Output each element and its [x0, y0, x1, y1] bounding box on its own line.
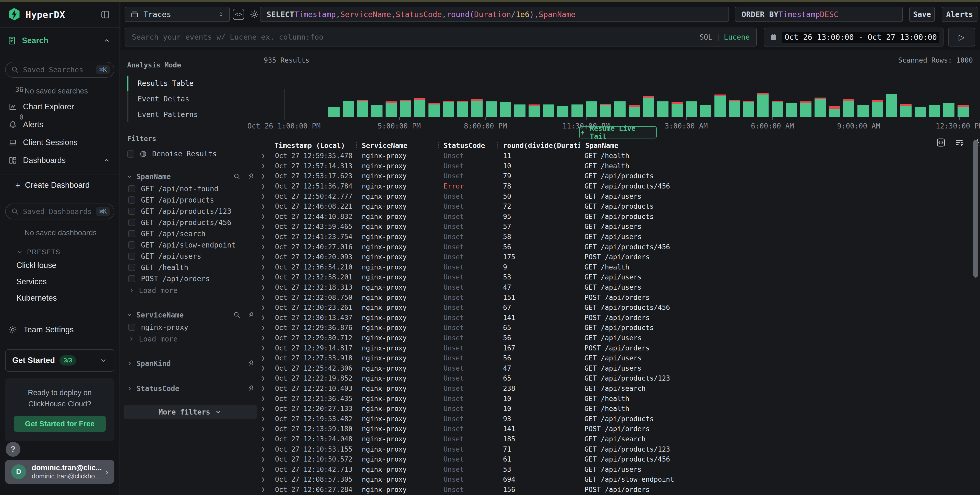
checkbox[interactable]: [127, 150, 134, 158]
histogram-bar-ok[interactable]: [543, 105, 554, 117]
get-started-toggle[interactable]: Get Started 3/3: [5, 349, 115, 372]
filter-option[interactable]: GET /api/not-found: [123, 183, 258, 194]
expand-row-icon[interactable]: ❯: [261, 435, 272, 442]
histogram-bar-ok[interactable]: [886, 94, 897, 117]
histogram-bar-ok[interactable]: [915, 107, 926, 117]
histogram-bar-ok[interactable]: [614, 102, 625, 117]
histogram-bar-error[interactable]: [400, 100, 411, 102]
chevron-up-icon[interactable]: [103, 37, 110, 44]
table-row[interactable]: ❯Oct 27 12:36:54.210 PMnginx-proxyUnset9…: [261, 262, 970, 272]
table-row[interactable]: ❯Oct 27 12:51:36.784 PMnginx-proxyError7…: [261, 181, 970, 191]
table-row[interactable]: ❯Oct 27 12:13:59.180 PMnginx-proxyUnset1…: [261, 424, 970, 434]
histogram-bar-ok[interactable]: [500, 102, 511, 117]
histogram-bar-error[interactable]: [628, 105, 640, 107]
help-button[interactable]: ?: [6, 442, 21, 457]
user-menu[interactable]: D dominic.tran@clic... dominic.tran@clic…: [5, 460, 115, 484]
histogram-bar-ok[interactable]: [586, 102, 597, 117]
resume-live-tail-button[interactable]: Resume Live Tail: [579, 126, 657, 138]
filter-option[interactable]: GET /api/products/456: [123, 217, 258, 228]
expand-row-icon[interactable]: ❯: [261, 375, 272, 382]
filter-group-spankind[interactable]: SpanKind: [123, 357, 258, 370]
checkbox[interactable]: [128, 241, 135, 248]
expand-row-icon[interactable]: ❯: [261, 385, 272, 392]
histogram-bar-error[interactable]: [900, 104, 912, 106]
filter-option[interactable]: GET /api/users: [123, 251, 258, 262]
sidebar-item-team-settings[interactable]: Team Settings: [0, 320, 119, 339]
get-started-free-button[interactable]: Get Started for Free: [14, 416, 106, 432]
load-more-button[interactable]: Load more: [123, 284, 258, 296]
table-row[interactable]: ❯Oct 27 12:06:27.284 PMnginx-proxyUnset1…: [261, 484, 970, 495]
histogram-bar-error[interactable]: [385, 102, 397, 103]
expand-row-icon[interactable]: ❯: [261, 405, 272, 412]
analysis-mode-option[interactable]: Event Deltas: [129, 91, 258, 107]
create-dashboard-button[interactable]: + Create Dashboard: [0, 175, 119, 196]
histogram-bar-ok[interactable]: [343, 100, 354, 117]
histogram-bar-ok[interactable]: [958, 107, 969, 117]
checkbox[interactable]: [128, 196, 135, 204]
time-range-picker[interactable]: Oct 26 13:00:00 - Oct 27 13:00:00: [764, 28, 943, 46]
event-search-bar[interactable]: SQL|Lucene: [125, 28, 757, 46]
expand-row-icon[interactable]: ❯: [261, 152, 272, 159]
expand-row-icon[interactable]: ❯: [261, 355, 272, 362]
table-row[interactable]: ❯Oct 27 12:41:23.754 PMnginx-proxyUnset5…: [261, 232, 970, 242]
histogram-bar-ok[interactable]: [786, 103, 797, 117]
expand-row-icon[interactable]: ❯: [261, 344, 272, 352]
histogram-bar-ok[interactable]: [628, 107, 640, 117]
histogram-bar-ok[interactable]: [557, 106, 568, 117]
histogram-bar-ok[interactable]: [800, 103, 811, 117]
saved-searches-input[interactable]: [23, 66, 96, 74]
search-icon[interactable]: [233, 311, 240, 318]
pin-icon[interactable]: [247, 360, 254, 367]
table-row[interactable]: ❯Oct 27 12:44:10.832 PMnginx-proxyUnset9…: [261, 212, 970, 222]
filter-option[interactable]: GET /api/products/123: [123, 205, 258, 217]
pin-icon[interactable]: [247, 311, 254, 318]
histogram-bar-error[interactable]: [772, 100, 783, 102]
expand-row-icon[interactable]: ❯: [261, 456, 272, 463]
filter-option[interactable]: POST /api/orders: [123, 273, 258, 284]
table-row[interactable]: ❯Oct 27 12:21:36.435 PMnginx-proxyUnset1…: [261, 393, 970, 404]
expand-row-icon[interactable]: ❯: [261, 395, 272, 402]
event-search-input[interactable]: [132, 33, 699, 41]
table-row[interactable]: ❯Oct 27 12:32:58.201 PMnginx-proxyUnset5…: [261, 272, 970, 282]
column-header[interactable]: Timestamp (Local): [272, 142, 356, 150]
checkbox[interactable]: [128, 185, 135, 192]
histogram-bar-ok[interactable]: [471, 100, 483, 117]
table-row[interactable]: ❯Oct 27 12:20:27.133 PMnginx-proxyUnset1…: [261, 404, 970, 414]
histogram-bar-ok[interactable]: [743, 102, 754, 117]
histogram-bar-ok[interactable]: [700, 105, 711, 117]
table-row[interactable]: ❯Oct 27 12:30:13.437 PMnginx-proxyUnset1…: [261, 313, 970, 323]
histogram-bar-ok[interactable]: [486, 102, 497, 117]
histogram-bar-ok[interactable]: [858, 105, 869, 117]
histogram-bar-ok[interactable]: [528, 106, 540, 117]
filter-option[interactable]: GET /api/slow-endpoint: [123, 239, 258, 251]
histogram-bar-error[interactable]: [443, 100, 454, 102]
expand-row-icon[interactable]: ❯: [261, 304, 272, 311]
histogram-bar-error[interactable]: [743, 100, 754, 102]
expand-row-icon[interactable]: ❯: [261, 274, 272, 281]
histogram-bar-error[interactable]: [729, 100, 740, 102]
table-row[interactable]: ❯Oct 27 12:29:36.876 PMnginx-proxyUnset6…: [261, 323, 970, 333]
expand-row-icon[interactable]: ❯: [261, 223, 272, 230]
table-row[interactable]: ❯Oct 27 12:53:17.623 PMnginx-proxyUnset7…: [261, 171, 970, 181]
histogram-bar-ok[interactable]: [571, 105, 583, 117]
histogram-bar-error[interactable]: [757, 93, 768, 94]
filter-option[interactable]: GET /api/products: [123, 194, 258, 205]
table-row[interactable]: ❯Oct 27 12:46:08.221 PMnginx-proxyUnset7…: [261, 201, 970, 212]
histogram-bar-ok[interactable]: [328, 107, 340, 117]
expand-row-icon[interactable]: ❯: [261, 486, 272, 493]
search-icon[interactable]: [233, 173, 240, 180]
filter-group-spanname[interactable]: SpanName: [123, 170, 258, 183]
expand-row-icon[interactable]: ❯: [261, 233, 272, 240]
histogram-bar-error[interactable]: [414, 98, 425, 100]
histogram-bar-error[interactable]: [829, 106, 840, 109]
save-button[interactable]: Save: [909, 6, 935, 22]
histogram-bar-error[interactable]: [428, 103, 440, 105]
collapse-sidebar-icon[interactable]: [100, 10, 110, 20]
histogram-bar-error[interactable]: [872, 100, 883, 102]
saved-dashboards-search[interactable]: ⌘K: [5, 204, 115, 220]
histogram-bar-ok[interactable]: [872, 102, 883, 117]
table-row[interactable]: ❯Oct 27 12:29:14.817 PMnginx-proxyUnset1…: [261, 343, 970, 353]
table-row[interactable]: ❯Oct 27 12:40:20.093 PMnginx-proxyUnset1…: [261, 252, 970, 262]
table-row[interactable]: ❯Oct 27 12:22:19.852 PMnginx-proxyUnset6…: [261, 373, 970, 384]
histogram-bar-ok[interactable]: [514, 105, 525, 117]
